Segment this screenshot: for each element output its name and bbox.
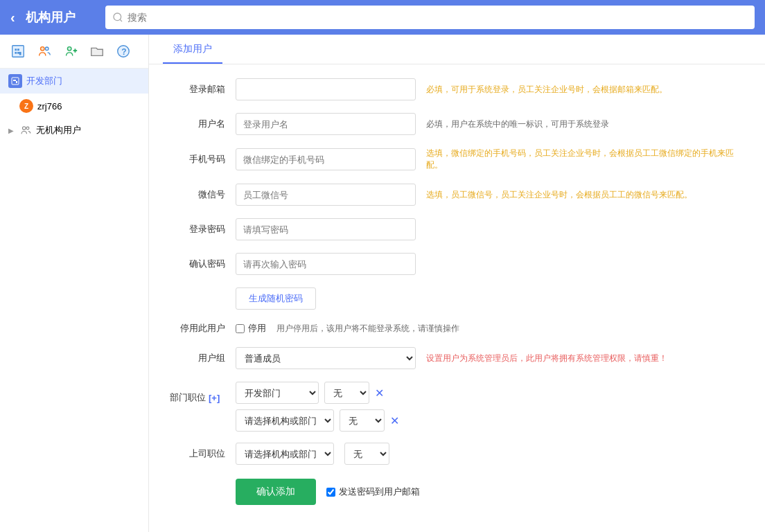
email-row: 登录邮箱 必填，可用于系统登录，员工关注企业号时，会根据邮箱来匹配。 <box>170 78 744 100</box>
send-email-checkbox[interactable] <box>326 488 335 497</box>
user-group-hint: 设置用户为系统管理员后，此用户将拥有系统管理权限，请慎重！ <box>426 353 744 364</box>
position1-select[interactable]: 无 <box>324 382 369 404</box>
submit-row: 确认添加 发送密码到用户邮箱 <box>236 479 744 505</box>
disable-checkbox[interactable] <box>236 324 245 333</box>
confirm-password-row: 确认密码 <box>170 253 744 275</box>
svg-rect-7 <box>17 52 19 54</box>
help-circle-icon: ? <box>116 44 131 59</box>
add-user-icon-btn[interactable] <box>61 42 80 61</box>
phone-label: 手机号码 <box>170 153 225 166</box>
search-icon <box>112 12 123 23</box>
submit-button[interactable]: 确认添加 <box>236 479 316 505</box>
disable-user-label: 停用此用户 <box>170 322 225 335</box>
sidebar: ? 开发部门 Z zrj766 ▶ 无机构用户 <box>0 35 149 532</box>
page-title: 机构用户 <box>26 9 95 26</box>
password-input[interactable] <box>236 218 416 240</box>
help-icon-btn[interactable]: ? <box>114 42 133 61</box>
svg-rect-4 <box>17 48 19 51</box>
dept2-select[interactable]: 请选择机构或部门 <box>236 409 334 432</box>
confirm-password-label: 确认密码 <box>170 258 225 270</box>
dept1-select[interactable]: 开发部门 <box>236 382 319 404</box>
wechat-hint: 选填，员工微信号，员工关注企业号时，会根据员工工的微信号来匹配。 <box>426 189 744 201</box>
search-bar <box>105 6 755 29</box>
confirm-password-input[interactable] <box>236 253 416 275</box>
disable-text: 停用 <box>248 322 266 335</box>
disable-hint: 用户停用后，该用户将不能登录系统，请谨慎操作 <box>276 323 744 335</box>
username-label: 用户名 <box>170 118 225 130</box>
svg-rect-2 <box>12 46 24 57</box>
svg-text:?: ? <box>121 47 126 57</box>
dept-row-2: 请选择机构或部门 无 ✕ <box>236 409 399 432</box>
users-icon-btn[interactable] <box>35 42 54 61</box>
superior-position-select[interactable]: 无 <box>344 443 389 465</box>
sidebar-toolbar: ? <box>0 35 148 69</box>
username-row: 用户名 必填，用户在系统中的唯一标识，可用于系统登录 <box>170 113 744 135</box>
send-email-label: 发送密码到用户邮箱 <box>326 486 420 498</box>
form-area: 登录邮箱 必填，可用于系统登录，员工关注企业号时，会根据邮箱来匹配。 用户名 必… <box>149 64 765 519</box>
phone-row: 手机号码 选填，微信绑定的手机号码，员工关注企业号时，会根据员工工微信绑定的手机… <box>170 148 744 171</box>
email-input[interactable] <box>236 78 416 100</box>
sidebar-user-label: zrj766 <box>37 101 62 112</box>
wechat-row: 微信号 选填，员工微信号，员工关注企业号时，会根据员工工的微信号来匹配。 <box>170 184 744 206</box>
dept-position-section: 部门职位 [+] 开发部门 无 ✕ <box>170 382 744 437</box>
add-dept-position-button[interactable]: [+] <box>209 393 220 403</box>
building-icon <box>10 44 26 59</box>
email-hint: 必填，可用于系统登录，员工关注企业号时，会根据邮箱来匹配。 <box>426 84 744 96</box>
dept-position-text: 部门职位 <box>170 391 206 404</box>
wechat-input[interactable] <box>236 184 416 206</box>
remove-dept1-button[interactable]: ✕ <box>375 387 384 400</box>
sidebar-item-dev-dept[interactable]: 开发部门 <box>0 69 148 94</box>
svg-rect-16 <box>13 80 15 81</box>
header: ‹ 机构用户 <box>0 0 765 35</box>
dept-position-label: 部门职位 [+] <box>170 382 225 404</box>
expand-arrow-icon: ▶ <box>8 127 14 134</box>
svg-point-0 <box>114 13 121 21</box>
search-input[interactable] <box>128 12 748 23</box>
tab-add-user[interactable]: 添加用户 <box>163 35 222 64</box>
folder-icon-btn[interactable] <box>87 42 107 61</box>
no-org-users-icon <box>19 124 32 136</box>
svg-point-9 <box>45 47 49 51</box>
username-input[interactable] <box>236 113 416 135</box>
svg-point-10 <box>67 47 71 51</box>
add-person-icon <box>63 44 78 59</box>
generate-password-button[interactable]: 生成随机密码 <box>236 287 316 310</box>
tab-bar: 添加用户 <box>149 35 765 64</box>
dept-icon <box>8 74 22 88</box>
superior-dept-select[interactable]: 请选择机构或部门 <box>236 443 334 465</box>
sidebar-dept-label: 开发部门 <box>26 75 62 87</box>
superior-label: 上司职位 <box>170 447 225 460</box>
remove-dept2-button[interactable]: ✕ <box>390 414 399 427</box>
sidebar-item-no-org[interactable]: ▶ 无机构用户 <box>0 118 148 142</box>
svg-rect-17 <box>15 80 16 81</box>
dept-row-1: 开发部门 无 ✕ <box>236 382 399 404</box>
svg-rect-3 <box>15 48 17 51</box>
svg-point-8 <box>41 47 45 51</box>
phone-hint: 选填，微信绑定的手机号码，员工关注企业号时，会根据员工工微信绑定的手机来匹配。 <box>426 148 744 171</box>
user-group-row: 用户组 普通成员 设置用户为系统管理员后，此用户将拥有系统管理权限，请慎重！ <box>170 347 744 369</box>
superior-position-row: 上司职位 请选择机构或部门 无 <box>170 443 744 465</box>
password-label: 登录密码 <box>170 223 225 236</box>
generate-btn-row: 生成随机密码 <box>170 287 744 310</box>
svg-rect-6 <box>15 52 17 54</box>
svg-rect-18 <box>16 81 17 83</box>
main-content: 添加用户 登录邮箱 必填，可用于系统登录，员工关注企业号时，会根据邮箱来匹配。 … <box>149 35 765 532</box>
back-button[interactable]: ‹ <box>10 10 15 26</box>
folder-icon <box>89 44 105 59</box>
password-row: 登录密码 <box>170 218 744 240</box>
disable-user-row: 停用此用户 停用 用户停用后，该用户将不能登录系统，请谨慎操作 <box>170 322 744 335</box>
position2-select[interactable]: 无 <box>340 409 385 432</box>
dept-positions-container: 开发部门 无 ✕ 请选择机构或部门 无 <box>236 382 399 437</box>
email-label: 登录邮箱 <box>170 83 225 96</box>
main-layout: ? 开发部门 Z zrj766 ▶ 无机构用户 添加用户 <box>0 35 765 532</box>
sidebar-item-zrj766[interactable]: Z zrj766 <box>0 94 148 118</box>
user-group-select[interactable]: 普通成员 <box>236 347 416 369</box>
svg-point-20 <box>26 127 29 130</box>
user-group-label: 用户组 <box>170 352 225 364</box>
sidebar-no-org-label: 无机构用户 <box>36 124 81 136</box>
username-hint: 必填，用户在系统中的唯一标识，可用于系统登录 <box>426 118 744 130</box>
org-icon-btn[interactable] <box>8 42 28 61</box>
svg-rect-5 <box>19 52 21 55</box>
phone-input[interactable] <box>236 148 416 170</box>
svg-point-19 <box>23 127 26 130</box>
